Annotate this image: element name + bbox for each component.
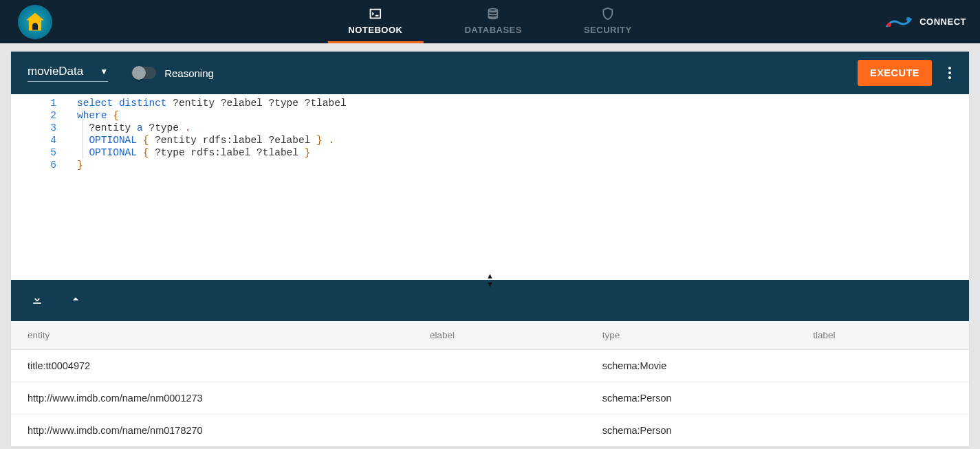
- line-number: 2: [11, 109, 56, 122]
- results-table: entity elabel type tlabel title:tt000497…: [11, 321, 969, 446]
- cell-type: schema:Person: [586, 382, 796, 415]
- line-number: 1: [11, 97, 56, 109]
- database-selector[interactable]: movieData ▼: [28, 65, 108, 82]
- nav-tabs: NOTEBOOK DATABASES SECURITY: [348, 0, 631, 43]
- app-logo[interactable]: [18, 5, 52, 39]
- column-header-type[interactable]: type: [586, 321, 796, 350]
- cell-elabel: [413, 382, 586, 415]
- shield-icon: [600, 6, 616, 21]
- table-row[interactable]: http://www.imdb.com/name/nm0001273 schem…: [11, 382, 969, 415]
- nav-label: SECURITY: [584, 25, 632, 35]
- indent-guide: [83, 109, 83, 159]
- connect-button[interactable]: CONNECT: [919, 17, 966, 27]
- cell-entity: http://www.imdb.com/name/nm0178270: [11, 415, 413, 447]
- line-number: 3: [11, 122, 56, 134]
- house-icon: [26, 13, 44, 31]
- tab-databases[interactable]: DATABASES: [464, 0, 521, 43]
- terminal-icon: [368, 6, 383, 21]
- nav-label: DATABASES: [464, 25, 521, 35]
- cell-tlabel: [796, 350, 969, 382]
- reasoning-toggle[interactable]: [131, 67, 156, 79]
- reasoning-label: Reasoning: [164, 67, 214, 79]
- table-row[interactable]: title:tt0004972 schema:Movie: [11, 350, 969, 382]
- column-header-tlabel[interactable]: tlabel: [796, 321, 969, 350]
- line-gutter: 1 2 3 4 5 6: [11, 94, 67, 280]
- chevron-down-icon: ▼: [100, 67, 108, 76]
- code-content: select distinct ?entity ?elabel ?type ?t…: [67, 94, 347, 280]
- column-header-entity[interactable]: entity: [11, 321, 413, 350]
- cell-type: schema:Movie: [586, 350, 796, 382]
- cell-elabel: [413, 350, 586, 382]
- line-number: 4: [11, 134, 56, 146]
- cell-type: schema:Person: [586, 415, 796, 447]
- top-nav: NOTEBOOK DATABASES SECURITY CONNECT: [0, 0, 980, 43]
- cell-toolbar: movieData ▼ Reasoning EXECUTE: [11, 52, 969, 94]
- table-row[interactable]: http://www.imdb.com/name/nm0178270 schem…: [11, 415, 969, 447]
- results-table-wrap: entity elabel type tlabel title:tt000497…: [11, 321, 969, 446]
- database-name: movieData: [28, 65, 83, 78]
- svg-point-1: [906, 17, 911, 21]
- resize-handle-icon[interactable]: ▲ ▼: [483, 274, 497, 286]
- cell-tlabel: [796, 415, 969, 447]
- nav-right: CONNECT: [885, 14, 966, 30]
- code-editor[interactable]: 1 2 3 4 5 6 select distinct ?entity ?ela…: [11, 94, 969, 280]
- cell-entity: http://www.imdb.com/name/nm0001273: [11, 382, 413, 415]
- collapse-icon[interactable]: [69, 292, 83, 309]
- page: movieData ▼ Reasoning EXECUTE 1 2 3 4 5 …: [0, 43, 980, 446]
- column-header-elabel[interactable]: elabel: [413, 321, 586, 350]
- svg-point-0: [887, 23, 891, 27]
- tab-notebook[interactable]: NOTEBOOK: [348, 0, 402, 43]
- cell-entity: title:tt0004972: [11, 350, 413, 382]
- download-icon[interactable]: [30, 292, 44, 309]
- nav-label: NOTEBOOK: [348, 25, 402, 35]
- line-number: 6: [11, 159, 56, 171]
- connect-icon: [885, 14, 913, 30]
- table-header-row: entity elabel type tlabel: [11, 321, 969, 350]
- more-menu-button[interactable]: [941, 65, 958, 81]
- notebook-cell: movieData ▼ Reasoning EXECUTE 1 2 3 4 5 …: [11, 52, 969, 446]
- tab-security[interactable]: SECURITY: [584, 0, 632, 43]
- cell-elabel: [413, 415, 586, 447]
- database-icon: [486, 6, 501, 21]
- execute-button[interactable]: EXECUTE: [858, 60, 932, 86]
- cell-tlabel: [796, 382, 969, 415]
- line-number: 5: [11, 146, 56, 159]
